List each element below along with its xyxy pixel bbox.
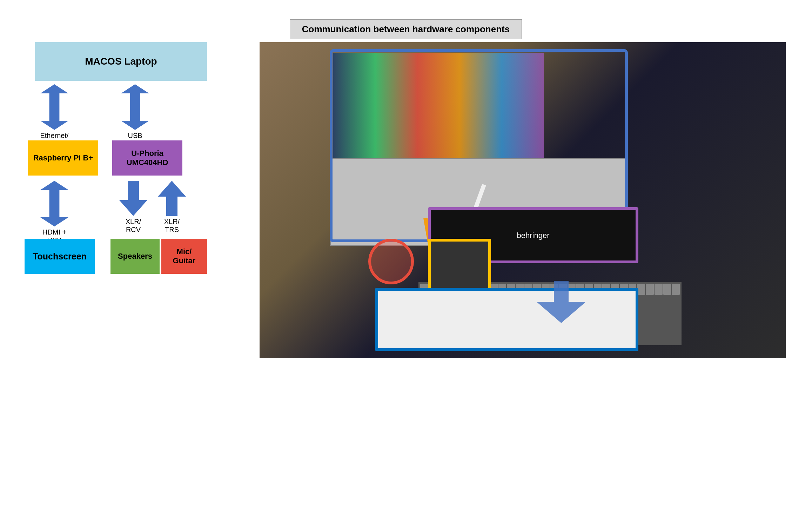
mic-box-container: Mic/Guitar (158, 239, 207, 274)
speakers-box: Speakers (110, 239, 160, 274)
hardware-diagram: MACOS Laptop Ethernet/WiFi USB Raspberry… (18, 42, 228, 428)
mic-box: Mic/Guitar (161, 239, 207, 274)
arrow-up-ethernet (40, 84, 68, 107)
mic-label: Mic/Guitar (173, 247, 196, 265)
arrow-xlr-trs-label: XLR/TRS (158, 218, 186, 234)
arrow-hdmi (39, 181, 70, 226)
arrow-up-usb (121, 84, 149, 107)
arrow-down-ethernet (40, 107, 68, 130)
key (646, 284, 654, 295)
raspi-device (428, 239, 491, 291)
arrow-up-hdmi (40, 181, 68, 204)
arrow-down-usb (121, 107, 149, 130)
macos-box-container: MACOS Laptop (35, 42, 207, 81)
macos-box: MACOS Laptop (35, 42, 207, 81)
key (663, 284, 671, 295)
touchscreen-box-container: Touchscreen (25, 239, 95, 274)
behringer-label: behringer (431, 210, 636, 240)
arrow-xlr-rcv-container: XLR/RCV (119, 181, 147, 234)
arrow-xlr-trs (158, 181, 186, 216)
diagram-inner: MACOS Laptop Ethernet/WiFi USB Raspberry… (18, 42, 221, 428)
raspi-box: Raspberry Pi B+ (28, 140, 98, 176)
arrow-xlr-trs-container: XLR/TRS (158, 181, 186, 234)
touchscreen-device (375, 288, 638, 351)
arrow-down-hdmi (40, 204, 68, 226)
uphoria-box-container: U-PhoriaUMC404HD (112, 140, 182, 176)
page-title: Communication between hardware component… (302, 24, 510, 34)
photo-background: behringer (260, 42, 786, 358)
page-title-container: Communication between hardware component… (290, 19, 522, 39)
touchscreen-box: Touchscreen (25, 239, 95, 274)
uphoria-box: U-PhoriaUMC404HD (112, 140, 182, 176)
macos-label: MACOS Laptop (85, 56, 157, 67)
speakers-box-container: Speakers (107, 239, 160, 274)
raspi-label: Raspberry Pi B+ (33, 153, 93, 163)
arrow-xlr-rcv-label: XLR/RCV (119, 218, 147, 234)
hardware-photo: behringer (260, 42, 786, 358)
raspi-box-container: Raspberry Pi B+ (28, 140, 98, 176)
uphoria-label: U-PhoriaUMC404HD (127, 149, 168, 167)
arrow-usb-label: USB (119, 132, 151, 140)
touchscreen-label: Touchscreen (33, 251, 87, 262)
speakers-label: Speakers (118, 252, 152, 261)
arrow-xlr-rcv (119, 181, 147, 216)
arrow-usb-container: USB (119, 84, 151, 140)
arrow-hdmi-container: HDMI +USB (39, 181, 70, 244)
microphone-device (368, 239, 414, 284)
key (672, 284, 680, 295)
arrow-ethernet-container: Ethernet/WiFi (39, 84, 70, 148)
key (655, 284, 663, 295)
arrow-ethernet (39, 84, 70, 130)
arrow-usb (119, 84, 151, 130)
